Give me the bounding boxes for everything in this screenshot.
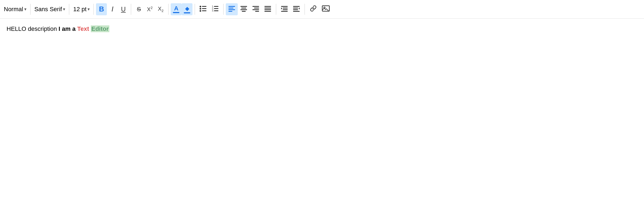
separator-8	[276, 4, 276, 15]
svg-rect-31	[281, 11, 288, 12]
svg-rect-14	[228, 9, 235, 10]
svg-rect-11	[214, 10, 218, 11]
align-right-icon	[252, 5, 260, 14]
link-icon	[309, 5, 317, 14]
bullet-list-icon	[199, 4, 207, 14]
separator-2	[69, 4, 69, 15]
svg-rect-23	[255, 11, 259, 12]
separator-6	[195, 4, 195, 15]
text-highlight-button[interactable]: ◆	[182, 3, 192, 15]
text-highlight-icon: ◆	[184, 5, 190, 13]
italic-button[interactable]: I	[107, 3, 118, 15]
toolbar: Normal ▾ Sans Serif ▾ 12 pt ▾ B I U S X2…	[0, 0, 644, 19]
font-size-label: 12 pt	[73, 6, 86, 13]
bullet-list-button[interactable]	[197, 3, 209, 15]
align-left-icon	[228, 5, 236, 14]
svg-rect-29	[283, 8, 288, 8]
paragraph-style-arrow: ▾	[24, 7, 26, 12]
bold-icon: B	[99, 5, 104, 13]
align-center-button[interactable]	[238, 3, 250, 15]
svg-point-0	[200, 6, 201, 7]
svg-rect-24	[264, 6, 271, 7]
svg-text:3.: 3.	[212, 9, 214, 12]
paragraph-style-label: Normal	[4, 6, 23, 13]
svg-rect-34	[293, 8, 298, 8]
indent-decrease-icon	[293, 5, 300, 14]
align-left-button[interactable]	[226, 3, 238, 15]
font-family-label: Sans Serif	[34, 6, 62, 13]
strikethrough-button[interactable]: S	[133, 3, 144, 15]
bold-button[interactable]: B	[96, 3, 107, 15]
svg-rect-15	[228, 11, 232, 12]
svg-rect-30	[283, 9, 288, 10]
align-justify-button[interactable]	[262, 3, 274, 15]
svg-rect-13	[228, 8, 233, 8]
svg-rect-21	[254, 8, 259, 8]
underline-button[interactable]: U	[118, 3, 129, 15]
numbered-list-button[interactable]: 1. 2. 3.	[209, 3, 221, 15]
font-size-arrow: ▾	[88, 7, 90, 12]
svg-rect-25	[264, 8, 271, 8]
svg-rect-9	[214, 8, 218, 9]
svg-point-2	[200, 8, 201, 10]
svg-rect-17	[241, 8, 246, 8]
paragraph-style-dropdown[interactable]: Normal ▾	[2, 5, 28, 14]
svg-marker-32	[281, 7, 282, 10]
align-right-button[interactable]	[250, 3, 262, 15]
underline-icon: U	[121, 5, 126, 13]
separator-7	[223, 4, 224, 15]
strikethrough-icon: S	[137, 6, 141, 13]
indent-increase-button[interactable]	[278, 3, 290, 15]
svg-rect-18	[240, 9, 247, 10]
svg-rect-1	[202, 6, 206, 7]
svg-rect-28	[281, 6, 288, 7]
separator-3	[94, 4, 94, 15]
italic-icon: I	[112, 5, 113, 13]
svg-point-4	[200, 10, 201, 12]
separator-1	[30, 4, 31, 15]
svg-rect-7	[214, 6, 218, 7]
superscript-button[interactable]: X2	[144, 3, 155, 15]
svg-rect-27	[264, 11, 271, 12]
separator-5	[168, 4, 168, 15]
numbered-list-icon: 1. 2. 3.	[211, 4, 219, 14]
svg-rect-26	[264, 9, 271, 10]
image-button[interactable]	[320, 3, 332, 15]
separator-4	[131, 4, 131, 15]
text-color-icon: A	[173, 5, 179, 13]
editor-content[interactable]: HELLO description I am a Text Editor	[0, 19, 644, 188]
svg-marker-37	[299, 7, 300, 10]
svg-rect-5	[202, 10, 206, 11]
text-hello: HELLO	[7, 25, 26, 32]
svg-rect-3	[202, 8, 206, 9]
text-description: description	[26, 25, 59, 32]
text-i-am-a: I am a	[59, 25, 77, 32]
svg-rect-33	[293, 6, 300, 7]
font-size-dropdown[interactable]: 12 pt ▾	[71, 5, 91, 14]
font-family-arrow: ▾	[63, 7, 65, 12]
text-editor: Editor	[91, 25, 109, 32]
text-color-button[interactable]: A	[171, 3, 182, 15]
indent-decrease-button[interactable]	[290, 3, 302, 15]
subscript-button[interactable]: X2	[155, 3, 166, 15]
svg-rect-36	[293, 11, 300, 12]
svg-rect-16	[240, 6, 247, 7]
font-family-dropdown[interactable]: Sans Serif ▾	[33, 5, 67, 14]
svg-rect-19	[242, 11, 246, 12]
image-icon	[322, 5, 330, 14]
subscript-icon: X2	[158, 6, 164, 13]
indent-increase-icon	[281, 5, 288, 14]
svg-rect-22	[252, 9, 259, 10]
editor-paragraph: HELLO description I am a Text Editor	[7, 24, 637, 34]
separator-9	[305, 4, 305, 15]
svg-rect-12	[228, 6, 235, 7]
align-center-icon	[240, 5, 248, 14]
superscript-icon: X2	[147, 6, 153, 13]
link-button[interactable]	[307, 3, 320, 15]
align-justify-icon	[264, 5, 272, 14]
svg-rect-35	[293, 9, 298, 10]
text-text: Text	[77, 25, 89, 32]
svg-rect-20	[252, 6, 259, 7]
